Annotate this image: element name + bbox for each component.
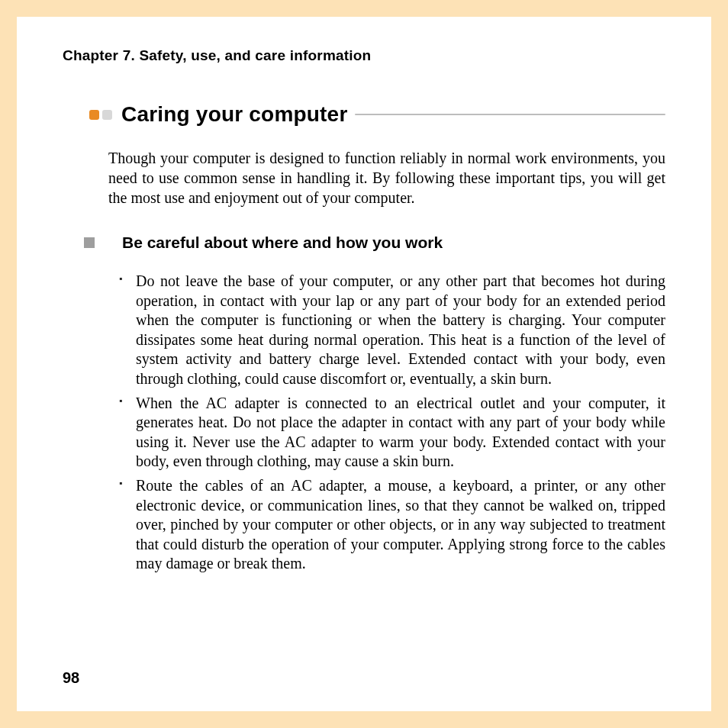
document-page: Chapter 7. Safety, use, and care informa…	[17, 17, 711, 711]
subsection-list: Do not leave the base of your computer, …	[119, 272, 665, 574]
section-intro-text: Though your computer is designed to func…	[108, 148, 665, 208]
bullet-gray-icon	[102, 110, 112, 120]
section-title: Caring your computer	[121, 102, 347, 127]
chapter-heading: Chapter 7. Safety, use, and care informa…	[63, 47, 665, 64]
list-item: Route the cables of an AC adapter, a mou…	[119, 476, 665, 574]
bullet-orange-icon	[89, 110, 99, 120]
list-item: When the AC adapter is connected to an e…	[119, 394, 665, 472]
list-item: Do not leave the base of your computer, …	[119, 272, 665, 389]
section-heading-row: Caring your computer	[89, 102, 665, 127]
subsection-heading-row: Be careful about where and how you work	[84, 234, 665, 252]
page-number: 98	[63, 669, 79, 687]
subsection-title: Be careful about where and how you work	[122, 234, 443, 252]
square-bullet-icon	[84, 237, 95, 248]
horizontal-rule	[355, 114, 665, 115]
